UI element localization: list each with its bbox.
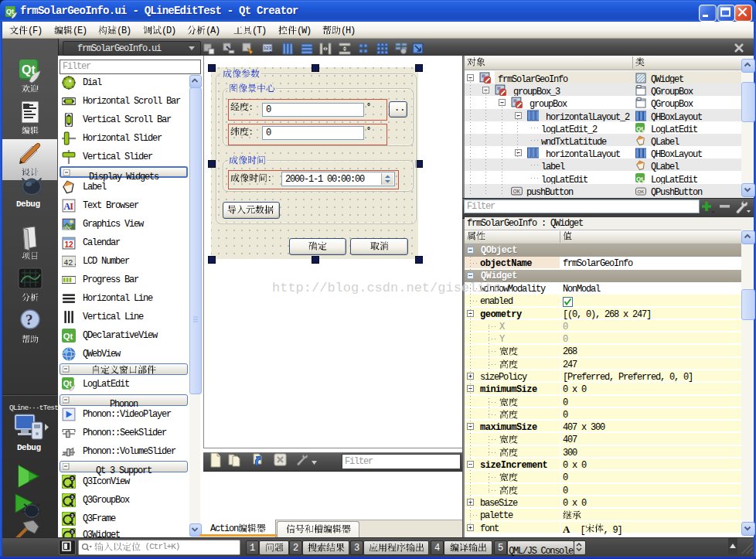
svg-text:12: 12 (64, 240, 73, 249)
svg-text:3: 3 (71, 530, 73, 534)
svg-text:Qt: Qt (63, 332, 73, 341)
svg-text:3: 3 (71, 495, 73, 499)
svg-text:abc: abc (63, 224, 72, 231)
svg-text:42.: 42. (63, 259, 76, 268)
svg-text:OK: OK (513, 189, 521, 194)
svg-text:Qt: Qt (636, 125, 643, 132)
svg-text:Qt: Qt (63, 380, 73, 388)
svg-text:OK: OK (638, 189, 645, 194)
svg-text:123: 123 (264, 46, 272, 50)
svg-text:Qt: Qt (636, 176, 643, 182)
svg-text:3: 3 (71, 513, 73, 518)
svg-text:I: I (70, 201, 73, 212)
svg-text:?: ? (26, 312, 33, 328)
svg-text:Qt: Qt (6, 8, 14, 15)
svg-text:3: 3 (71, 476, 73, 481)
